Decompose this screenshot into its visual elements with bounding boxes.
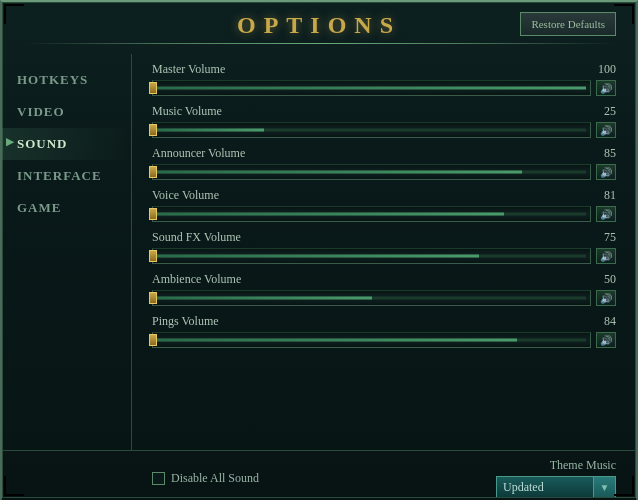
master-volume-mute-button[interactable]: 🔊: [596, 80, 616, 96]
ambience-volume-value: 50: [604, 272, 616, 287]
announcer-volume-label: Announcer Volume: [152, 146, 245, 161]
pings-volume-thumb[interactable]: [149, 334, 157, 346]
announcer-volume-thumb[interactable]: [149, 166, 157, 178]
master-volume-thumb[interactable]: [149, 82, 157, 94]
music-volume-thumb[interactable]: [149, 124, 157, 136]
restore-defaults-button[interactable]: Restore Defaults: [520, 12, 616, 36]
pings-volume-label: Pings Volume: [152, 314, 219, 329]
soundfx-volume-thumb[interactable]: [149, 250, 157, 262]
ambience-volume-thumb[interactable]: [149, 292, 157, 304]
content-area: Master Volume 100 🔊 Music Volume 25 🔊 An…: [132, 54, 636, 450]
speaker-icon: 🔊: [600, 167, 612, 178]
theme-music-section: Theme Music Updated ▼: [496, 458, 616, 498]
sidebar-item-game[interactable]: GAME: [2, 192, 131, 224]
soundfx-volume-mute-button[interactable]: 🔊: [596, 248, 616, 264]
voice-volume-slider[interactable]: [152, 206, 591, 222]
disable-all-sound-checkbox[interactable]: [152, 472, 165, 485]
voice-volume-thumb[interactable]: [149, 208, 157, 220]
soundfx-volume-label: Sound FX Volume: [152, 230, 241, 245]
music-volume-row: Music Volume 25 🔊: [152, 104, 616, 138]
announcer-volume-mute-button[interactable]: 🔊: [596, 164, 616, 180]
disable-sound-row: Disable All Sound: [152, 471, 259, 486]
disable-all-sound-label: Disable All Sound: [171, 471, 259, 486]
speaker-icon: 🔊: [600, 125, 612, 136]
speaker-icon: 🔊: [600, 83, 612, 94]
soundfx-volume-row: Sound FX Volume 75 🔊: [152, 230, 616, 264]
master-volume-value: 100: [598, 62, 616, 77]
voice-volume-row: Voice Volume 81 🔊: [152, 188, 616, 222]
voice-volume-mute-button[interactable]: 🔊: [596, 206, 616, 222]
bottom-section: Disable All Sound Theme Music Updated ▼: [2, 450, 636, 500]
ambience-volume-row: Ambience Volume 50 🔊: [152, 272, 616, 306]
music-volume-slider[interactable]: [152, 122, 591, 138]
soundfx-volume-slider[interactable]: [152, 248, 591, 264]
main-content: HOTKEYSVIDEOSOUNDINTERFACEGAME Master Vo…: [2, 54, 636, 450]
sidebar-item-sound[interactable]: SOUND: [2, 128, 131, 160]
title-divider: [22, 43, 616, 44]
voice-volume-label: Voice Volume: [152, 188, 219, 203]
speaker-icon: 🔊: [600, 209, 612, 220]
speaker-icon: 🔊: [600, 251, 612, 262]
pings-volume-slider[interactable]: [152, 332, 591, 348]
ambience-volume-label: Ambience Volume: [152, 272, 241, 287]
options-window: Restore Defaults OPTIONS HOTKEYSVIDEOSOU…: [0, 0, 638, 500]
title-bar: Restore Defaults OPTIONS: [2, 2, 636, 54]
music-volume-value: 25: [604, 104, 616, 119]
theme-music-label: Theme Music: [550, 458, 616, 473]
voice-volume-value: 81: [604, 188, 616, 203]
corner-decoration-br: [614, 476, 634, 496]
sidebar-item-video[interactable]: VIDEO: [2, 96, 131, 128]
speaker-icon: 🔊: [600, 293, 612, 304]
sidebar: HOTKEYSVIDEOSOUNDINTERFACEGAME: [2, 54, 132, 450]
theme-music-dropdown-arrow: ▼: [593, 477, 615, 497]
pings-volume-mute-button[interactable]: 🔊: [596, 332, 616, 348]
master-volume-slider[interactable]: [152, 80, 591, 96]
master-volume-row: Master Volume 100 🔊: [152, 62, 616, 96]
theme-music-dropdown[interactable]: Updated ▼: [496, 476, 616, 498]
pings-volume-row: Pings Volume 84 🔊: [152, 314, 616, 348]
announcer-volume-slider[interactable]: [152, 164, 591, 180]
corner-decoration-bl: [4, 476, 24, 496]
master-volume-label: Master Volume: [152, 62, 225, 77]
announcer-volume-row: Announcer Volume 85 🔊: [152, 146, 616, 180]
theme-music-selected: Updated: [497, 480, 593, 495]
announcer-volume-value: 85: [604, 146, 616, 161]
pings-volume-value: 84: [604, 314, 616, 329]
soundfx-volume-value: 75: [604, 230, 616, 245]
ambience-volume-mute-button[interactable]: 🔊: [596, 290, 616, 306]
sidebar-item-interface[interactable]: INTERFACE: [2, 160, 131, 192]
music-volume-mute-button[interactable]: 🔊: [596, 122, 616, 138]
speaker-icon: 🔊: [600, 335, 612, 346]
ambience-volume-slider[interactable]: [152, 290, 591, 306]
music-volume-label: Music Volume: [152, 104, 222, 119]
sidebar-item-hotkeys[interactable]: HOTKEYS: [2, 64, 131, 96]
